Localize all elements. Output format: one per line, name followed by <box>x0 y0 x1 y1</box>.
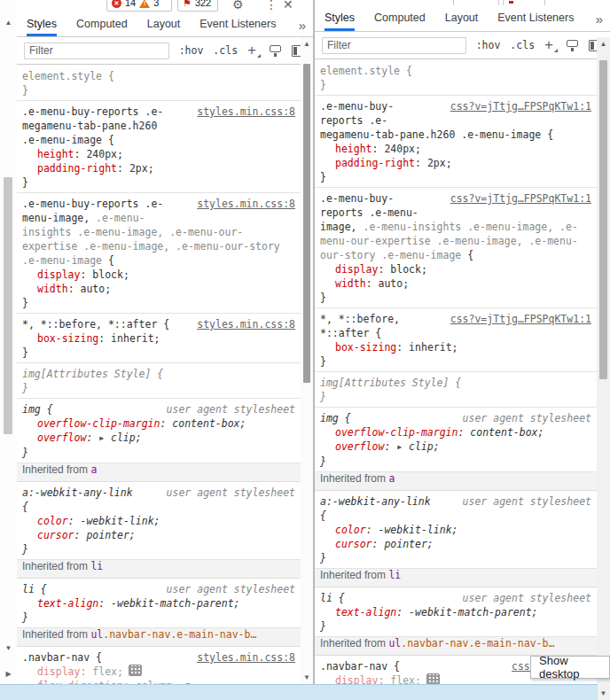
css-rule-line: width: auto; <box>22 282 295 296</box>
selector-text: element.style { <box>22 70 114 82</box>
scroll-down-arrow-icon[interactable]: ▼ <box>0 644 17 652</box>
stylesheet-link[interactable]: css?v=jTtjg…FPSPqKTw1:1 <box>450 312 591 326</box>
css-rule[interactable]: img[Attributes Style] {} <box>17 363 301 399</box>
css-rule[interactable]: styles.min.css:8*, *::before, *::after {… <box>17 314 301 363</box>
css-rule[interactable]: styles.min.css:8.e-menu-buy-reports .e-m… <box>17 193 301 314</box>
css-property-value: block; <box>390 263 427 276</box>
stylesheet-link[interactable]: styles.min.css:8 <box>197 650 295 665</box>
scroll-up-arrow-icon[interactable]: ▲ <box>597 40 610 48</box>
css-rule-line: expertise .e-menu-image, .e-menu-our-sto… <box>22 239 295 253</box>
scroll-down-arrow-icon[interactable]: ▼ <box>301 673 313 681</box>
tab-computed[interactable]: Computed <box>76 12 128 36</box>
css-property-name: overflow <box>335 440 384 453</box>
scrollbar-thumb[interactable] <box>599 60 607 379</box>
css-property-value: -webkit-match-parent; <box>111 597 239 610</box>
new-style-rule-button[interactable]: + <box>247 43 260 58</box>
tab-styles[interactable]: Styles <box>27 12 57 36</box>
cls-toggle[interactable]: .cls <box>213 44 238 57</box>
css-rule[interactable]: user agent stylesheeta:-webkit-any-link{… <box>17 482 301 560</box>
close-icon[interactable]: ✕ <box>283 0 293 12</box>
inherited-node-link[interactable]: a <box>388 472 395 485</box>
css-rule[interactable]: user agent stylesheetli {text-align: -we… <box>17 579 301 628</box>
css-rule[interactable]: img[Attributes Style] {} <box>315 372 597 408</box>
css-rule[interactable]: user agent stylesheeta:-webkit-any-link{… <box>315 491 597 569</box>
selector-text: megamenu-tab-pane.h260 .e-menu-image { <box>320 128 553 141</box>
css-rule-line: } <box>320 354 591 369</box>
css-rule[interactable]: css?v=jTtjg…FPSPqKTw1:1.e-menu-buy-repor… <box>315 188 597 308</box>
paint-brush-icon[interactable] <box>567 40 579 51</box>
tab-event-listeners[interactable]: Event Listeners <box>199 12 276 36</box>
css-rule-line: .e-menu-image { <box>22 253 295 268</box>
scroll-right-arrow-icon[interactable]: ▶ <box>0 670 17 678</box>
css-rule[interactable]: user agent stylesheetimg {overflow-clip-… <box>17 399 301 463</box>
scroll-up-arrow-icon[interactable]: ▲ <box>0 19 17 27</box>
toolbar-badges: ✕ 14 ! 3 ⚑ 322 ⚙ ⋮ ✕ <box>17 0 313 12</box>
stylesheet-link[interactable]: styles.min.css:8 <box>197 317 295 331</box>
tab-layout[interactable]: Layout <box>445 5 479 31</box>
css-rule[interactable]: css?v=jTtjg…FPSPqKTw1:1*, *::before,*::a… <box>315 308 597 372</box>
tab-layout[interactable]: Layout <box>147 12 181 36</box>
scroll-up-arrow-icon[interactable]: ▲ <box>301 40 313 48</box>
expand-arrow-icon[interactable]: ▶ <box>99 434 104 442</box>
css-rule[interactable]: element.style {} <box>17 66 301 101</box>
stylesheet-link[interactable]: styles.min.css:8 <box>197 197 295 211</box>
inherited-node-link[interactable]: .navbar-nav.e-main-nav-b… <box>401 637 554 649</box>
css-rule-line: megamenu-tab-pane.h260 .e-menu-image { <box>320 128 591 142</box>
css-property-name: text-align <box>335 606 396 618</box>
filter-input[interactable] <box>322 37 466 54</box>
css-property-value: block; <box>92 268 129 281</box>
flex-editor-icon[interactable] <box>129 665 142 676</box>
css-rule[interactable]: element.style {} <box>315 60 597 96</box>
more-tabs-chevron-icon[interactable]: » <box>596 5 603 31</box>
css-property-value: content-box; <box>470 426 544 439</box>
expand-arrow-icon[interactable]: ▶ <box>397 443 402 451</box>
selector-text: .e-menu-buy- <box>320 192 394 205</box>
stylesheet-link[interactable]: css?v=jTtjg…FPSPqKTw1:1 <box>450 191 591 206</box>
selector-text: a:-webkit-any-link <box>320 495 431 508</box>
inherited-node-link[interactable]: ul <box>90 628 103 641</box>
tab-computed[interactable]: Computed <box>374 5 426 31</box>
outer-scrollbar[interactable]: ▲ ▼ ▶ <box>0 0 18 700</box>
css-rule[interactable]: styles.min.css:8.navbar-nav {display: fl… <box>17 647 301 684</box>
selector-text: { <box>22 501 28 513</box>
stylesheet-origin-label: user agent stylesheet <box>463 591 591 605</box>
tab-bar: StylesComputedLayoutEvent Listeners» <box>17 12 313 37</box>
inherited-node-link[interactable]: .navbar-nav.e-main-nav-b… <box>103 628 256 641</box>
tab-event-listeners[interactable]: Event Listeners <box>497 5 574 31</box>
issues-badge[interactable]: ⚑ 322 <box>177 0 218 12</box>
inherited-node-link[interactable]: a <box>90 463 97 476</box>
inherited-node-link[interactable]: ul <box>388 637 401 649</box>
css-property-value: auto; <box>80 283 111 295</box>
css-property-value: : <box>117 162 129 175</box>
stylesheet-link[interactable]: styles.min.css:8 <box>197 105 295 119</box>
selector-text: } <box>22 611 28 624</box>
rules-list: element.style {}styles.min.css:8.e-menu-… <box>17 66 301 684</box>
css-rule-line: height: 240px; <box>320 142 591 156</box>
console-errors-warnings-badge[interactable]: ✕ 14 ! 3 <box>106 0 172 12</box>
css-rule[interactable]: styles.min.css:8.e-menu-buy-reports .e-m… <box>17 101 301 193</box>
gear-icon[interactable]: ⚙ <box>232 0 244 12</box>
paint-brush-icon[interactable] <box>270 45 282 57</box>
new-style-rule-button[interactable]: + <box>544 38 557 52</box>
hov-toggle[interactable]: :hov <box>179 44 204 57</box>
css-rule[interactable]: css?v=jTtjg…FPSPqKTw1:1.e-menu-buy-repor… <box>315 96 597 188</box>
more-tabs-chevron-icon[interactable]: » <box>299 12 306 36</box>
css-property-value: inherit; <box>111 332 160 345</box>
scrollbar-vertical[interactable]: ▲ ▼ <box>597 37 610 700</box>
hov-toggle[interactable]: :hov <box>476 39 501 51</box>
inherited-node-link[interactable]: li <box>90 560 103 572</box>
cls-toggle[interactable]: .cls <box>510 39 535 51</box>
css-rule[interactable]: user agent stylesheetimg {overflow-clip-… <box>315 408 597 472</box>
scrollbar-vertical[interactable]: ▲ ▼ <box>301 37 313 684</box>
filter-input[interactable] <box>24 43 169 59</box>
inherited-node-link[interactable]: li <box>388 569 401 581</box>
css-rule-line: menu-image, .e-menu- <box>22 211 295 225</box>
selector-text: our-story .e-menu-image <box>320 249 467 261</box>
css-rule[interactable]: user agent stylesheetli {text-align: -we… <box>315 587 597 637</box>
tab-styles[interactable]: Styles <box>325 5 355 31</box>
scrollbar-thumb[interactable] <box>4 177 12 434</box>
scroll-down-arrow-icon[interactable]: ▼ <box>597 689 610 697</box>
scrollbar-thumb[interactable] <box>303 64 310 383</box>
stylesheet-link[interactable]: css?v=jTtjg…FPSPqKTw1:1 <box>450 99 591 113</box>
kebab-menu-icon[interactable]: ⋮ <box>265 0 278 12</box>
